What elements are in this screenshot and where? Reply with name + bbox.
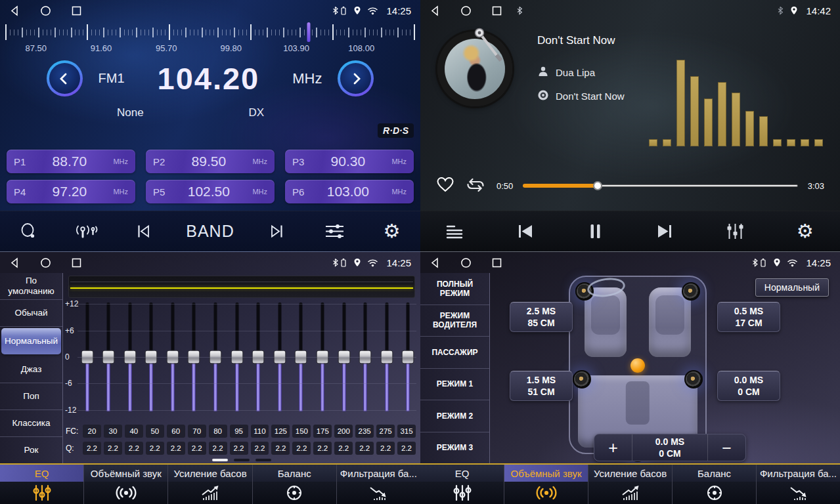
- tune-down-button[interactable]: [47, 60, 83, 96]
- repeat-button[interactable]: [464, 177, 487, 196]
- preset-button-P5[interactable]: P5102.50MHz: [146, 180, 275, 203]
- page-dot[interactable]: [212, 459, 228, 461]
- back-button[interactable]: [9, 5, 20, 16]
- preset-grid: P188.70MHzP289.50MHzP390.30MHzP497.20MHz…: [7, 150, 414, 203]
- scale-tick: [83, 30, 83, 35]
- sound-mode-item[interactable]: РЕЖИМ 3: [420, 432, 489, 464]
- tab-bass-boost[interactable]: Усиление басов: [167, 465, 252, 504]
- eq-preset-item[interactable]: Джаз: [0, 356, 62, 383]
- recents-button[interactable]: [491, 5, 502, 16]
- eq-axis-label: -12: [65, 406, 76, 415]
- tab-surround[interactable]: Объёмный звук: [504, 465, 588, 504]
- home-button[interactable]: [460, 5, 472, 16]
- sound-mode-item[interactable]: ПАССАЖИР: [420, 337, 489, 369]
- home-button[interactable]: [40, 257, 51, 268]
- tab-eq-sliders[interactable]: EQ: [0, 465, 83, 504]
- sound-mode-item[interactable]: РЕЖИМ ВОДИТЕЛЯ: [420, 305, 489, 337]
- scale-tick: [414, 24, 415, 40]
- preset-button-P3[interactable]: P390.30MHz: [285, 150, 414, 173]
- tab-crossover[interactable]: Фильтрация ба...: [756, 465, 840, 504]
- scale-tick: [402, 30, 403, 35]
- home-button[interactable]: [460, 257, 472, 268]
- next-station-button[interactable]: [263, 223, 292, 240]
- eq-preset-item[interactable]: По умолчанию: [0, 273, 62, 300]
- sound-mode-item[interactable]: ПОЛНЫЙ РЕЖИМ: [420, 273, 489, 305]
- tab-label: Фильтрация ба...: [337, 465, 420, 482]
- settings-gear-button[interactable]: ⚙: [377, 222, 406, 241]
- wifi-icon: [787, 259, 798, 267]
- frequency-scale[interactable]: 87.5091.6095.7099.80103.90108.00: [5, 22, 415, 55]
- scale-tick: [275, 30, 276, 35]
- eq-gridline: [77, 304, 416, 304]
- sound-mode-item[interactable]: РЕЖИМ 2: [420, 400, 489, 432]
- eq-preset-item[interactable]: Обычай: [0, 300, 62, 327]
- decrease-delay-button[interactable]: −: [707, 434, 745, 461]
- spectrum-bar: [663, 139, 671, 146]
- eq-gridline: [77, 410, 416, 411]
- fc-value-chip: 235: [355, 425, 374, 438]
- delay-rear-right-button[interactable]: 0.0 MS 0 CM: [717, 371, 780, 401]
- listening-position-ball[interactable]: [630, 358, 645, 373]
- band-button[interactable]: BAND: [186, 222, 234, 241]
- playlist-button[interactable]: [441, 224, 470, 240]
- spectrum-bar: [801, 139, 809, 146]
- scan-button[interactable]: [14, 222, 43, 240]
- scale-tick: [161, 30, 162, 35]
- tab-eq-sliders[interactable]: EQ: [420, 465, 504, 504]
- settings-gear-button[interactable]: ⚙: [791, 222, 820, 241]
- back-button[interactable]: [430, 257, 441, 268]
- broadcast-icon[interactable]: [72, 222, 100, 240]
- player-toolbar: ⚙: [420, 211, 840, 251]
- dx-mode-label[interactable]: DX: [249, 106, 265, 119]
- scale-tick: [157, 30, 158, 35]
- delay-front-right-button[interactable]: 0.5 MS 17 CM: [717, 302, 780, 332]
- previous-station-button[interactable]: [129, 223, 158, 240]
- equalizer-faders-button[interactable]: [720, 222, 749, 240]
- eq-preset-item[interactable]: Нормальный: [1, 328, 61, 354]
- tab-balance[interactable]: Баланс: [252, 465, 336, 504]
- recents-button[interactable]: [71, 5, 82, 16]
- preset-button-P1[interactable]: P188.70MHz: [7, 150, 135, 173]
- scale-tick: [190, 30, 190, 35]
- back-button[interactable]: [9, 257, 20, 268]
- increase-delay-button[interactable]: +: [594, 434, 632, 461]
- delay-rear-left-button[interactable]: 1.5 MS 51 CM: [510, 371, 573, 401]
- audio-settings-tabbar: EQОбъёмный звукУсиление басовБалансФильт…: [0, 463, 420, 504]
- clock: 14:25: [386, 257, 411, 268]
- sound-status-bar: 14:25: [420, 252, 840, 273]
- preset-button-P2[interactable]: P289.50MHz: [146, 150, 275, 173]
- preset-button-P4[interactable]: P497.20MHz: [7, 180, 135, 203]
- page-dot[interactable]: [255, 459, 271, 461]
- eq-preset-item[interactable]: Поп: [0, 383, 62, 410]
- tab-balance[interactable]: Баланс: [672, 465, 756, 504]
- page-dot[interactable]: [234, 459, 250, 461]
- next-track-button[interactable]: [651, 224, 680, 239]
- tab-crossover[interactable]: Фильтрация ба...: [336, 465, 420, 504]
- delay-front-left-button[interactable]: 2.5 MS 85 CM: [510, 302, 573, 332]
- progress-thumb[interactable]: [593, 181, 602, 190]
- spectrum-bar: [759, 116, 768, 146]
- radio-settings-sliders-button[interactable]: [320, 223, 349, 240]
- scale-tick: [312, 30, 313, 35]
- scale-tick: [340, 30, 341, 35]
- tune-up-button[interactable]: [338, 60, 374, 96]
- sound-preset-badge[interactable]: Нормальный: [755, 278, 829, 297]
- recents-button[interactable]: [491, 257, 502, 268]
- preset-number: P4: [14, 186, 26, 198]
- back-button[interactable]: [430, 5, 441, 16]
- progress-slider[interactable]: [523, 184, 797, 187]
- favorite-button[interactable]: [436, 177, 454, 195]
- tab-surround[interactable]: Объёмный звук: [83, 465, 167, 504]
- scale-tick: [55, 28, 56, 37]
- scale-tick: [136, 28, 137, 37]
- recents-button[interactable]: [71, 257, 82, 268]
- eq-preset-item[interactable]: Классика: [0, 410, 62, 437]
- tab-bass-boost[interactable]: Усиление басов: [588, 465, 672, 504]
- previous-track-button[interactable]: [511, 224, 540, 239]
- sound-mode-item[interactable]: РЕЖИМ 1: [420, 369, 489, 401]
- home-button[interactable]: [40, 5, 51, 16]
- radio-screen: 14:25 87.5091.6095.7099.80103.90108.00 F…: [0, 0, 420, 252]
- pause-button[interactable]: [581, 223, 609, 240]
- preset-button-P6[interactable]: P6103.00MHz: [285, 180, 414, 203]
- eq-preset-item[interactable]: Рок: [0, 437, 62, 463]
